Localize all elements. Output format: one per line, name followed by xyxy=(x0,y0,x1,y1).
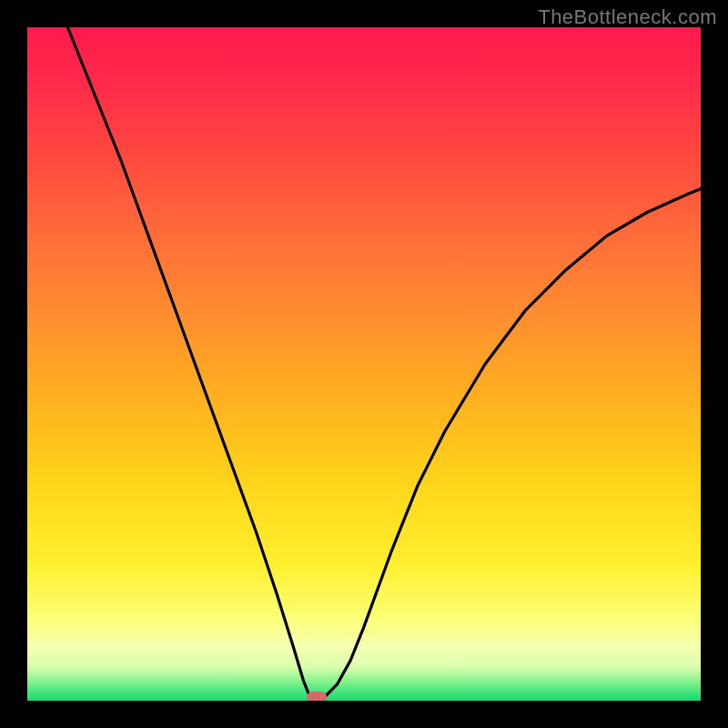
plot-area xyxy=(27,27,701,701)
curve-svg xyxy=(27,27,701,701)
watermark-text: TheBottleneck.com xyxy=(538,5,717,29)
bottleneck-curve-path xyxy=(67,27,701,699)
chart-frame: TheBottleneck.com xyxy=(0,0,728,728)
optimal-marker xyxy=(307,692,327,701)
